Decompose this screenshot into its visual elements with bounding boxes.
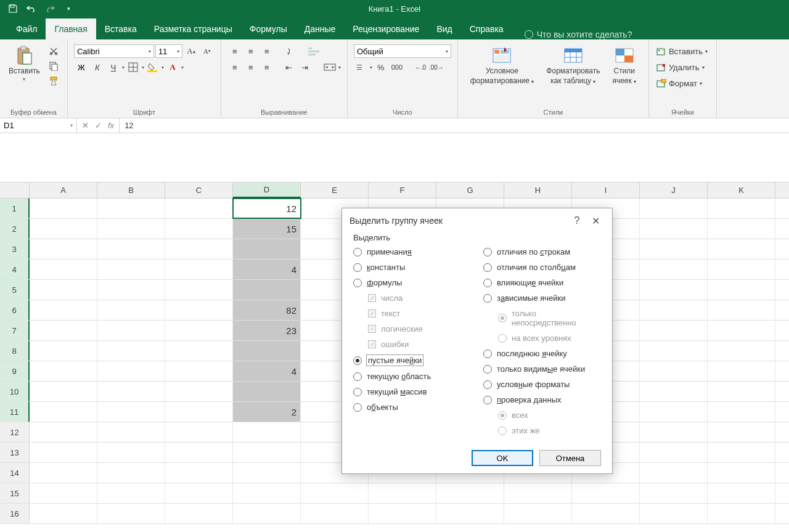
cancel-button[interactable]: Отмена — [539, 450, 601, 466]
cell[interactable] — [97, 300, 165, 320]
cell[interactable] — [640, 422, 708, 442]
cell[interactable] — [572, 504, 640, 523]
increase-indent-icon[interactable]: ⇥ — [298, 60, 313, 74]
decrease-decimal-icon[interactable]: .00→ — [429, 60, 444, 74]
cell[interactable] — [708, 239, 775, 259]
row-header[interactable]: 13 — [0, 443, 30, 462]
fill-color-icon[interactable] — [145, 60, 160, 74]
cell[interactable] — [233, 504, 301, 523]
align-bottom-icon[interactable]: ≡ — [260, 44, 274, 58]
cell[interactable] — [30, 198, 97, 218]
column-header[interactable]: C — [165, 182, 233, 198]
cell[interactable] — [640, 402, 708, 422]
undo-icon[interactable] — [26, 3, 37, 14]
row-header[interactable]: 8 — [0, 341, 30, 361]
cell[interactable] — [233, 483, 301, 503]
align-top-icon[interactable]: ≡ — [227, 44, 242, 58]
cell[interactable] — [708, 422, 775, 442]
font-color-icon[interactable]: A — [165, 60, 180, 74]
radio-blanks[interactable]: пустые ячейки — [353, 355, 471, 366]
row-header[interactable]: 11 — [0, 402, 30, 422]
radio-last-cell[interactable]: последнюю ячейку — [483, 349, 601, 358]
conditional-formatting-button[interactable]: Условное форматирование ▾ — [468, 44, 537, 86]
row-header[interactable]: 14 — [0, 463, 30, 483]
cell[interactable] — [233, 341, 301, 361]
cell[interactable] — [97, 504, 165, 523]
cell[interactable] — [504, 504, 572, 523]
dialog-help-button[interactable]: ? — [568, 215, 586, 226]
cell[interactable]: 2 — [233, 402, 301, 422]
cell[interactable] — [30, 483, 97, 503]
redo-icon[interactable] — [44, 3, 55, 14]
row-header[interactable]: 1 — [0, 198, 30, 218]
ok-button[interactable]: OK — [472, 450, 533, 466]
cell[interactable] — [708, 219, 775, 239]
cell[interactable] — [640, 483, 708, 503]
cell[interactable] — [233, 239, 301, 259]
cell[interactable] — [301, 504, 369, 523]
cell[interactable] — [369, 504, 436, 523]
radio-current-array[interactable]: текущий массив — [353, 387, 471, 396]
cell[interactable] — [708, 260, 775, 279]
tab-home[interactable]: Главная — [46, 18, 96, 39]
cell[interactable] — [640, 300, 708, 320]
column-header[interactable]: A — [30, 182, 97, 198]
cell[interactable] — [233, 422, 301, 442]
fx-icon[interactable]: fx — [108, 121, 114, 130]
cell[interactable] — [640, 239, 708, 259]
cell[interactable] — [165, 382, 233, 401]
column-header[interactable]: J — [640, 182, 708, 198]
cell[interactable] — [708, 198, 775, 218]
row-header[interactable]: 15 — [0, 483, 30, 503]
cell[interactable] — [97, 198, 165, 218]
radio-constants[interactable]: константы — [353, 263, 471, 272]
dialog-close-button[interactable]: ✕ — [586, 215, 605, 227]
tab-data[interactable]: Данные — [296, 18, 345, 39]
tell-me-search[interactable]: Что вы хотите сделать? — [525, 30, 632, 39]
cell[interactable] — [30, 361, 97, 381]
cell[interactable] — [97, 321, 165, 340]
cell[interactable] — [708, 361, 775, 381]
tab-file[interactable]: Файл — [7, 18, 46, 39]
tab-formulas[interactable]: Формулы — [241, 18, 296, 39]
cell[interactable] — [436, 483, 504, 503]
cell[interactable] — [165, 321, 233, 340]
column-header[interactable]: B — [97, 182, 165, 198]
cell[interactable] — [708, 300, 775, 320]
cell[interactable] — [97, 463, 165, 483]
column-header[interactable]: E — [301, 182, 369, 198]
cell[interactable] — [708, 341, 775, 361]
radio-precedents[interactable]: влияющие ячейки — [483, 278, 601, 287]
bold-button[interactable]: Ж — [74, 60, 89, 74]
cancel-formula-icon[interactable]: ✕ — [82, 121, 89, 130]
number-format-combo[interactable]: Общий▾ — [354, 44, 451, 58]
cell[interactable] — [708, 483, 775, 503]
cell[interactable]: 82 — [233, 300, 301, 320]
borders-icon[interactable] — [126, 60, 141, 74]
cell[interactable] — [165, 239, 233, 259]
cell[interactable] — [233, 382, 301, 401]
cell[interactable] — [708, 321, 775, 340]
cell[interactable] — [30, 321, 97, 340]
cell[interactable] — [97, 422, 165, 442]
align-left-icon[interactable]: ≡ — [227, 60, 242, 74]
tab-view[interactable]: Вид — [428, 18, 460, 39]
cut-icon[interactable] — [46, 44, 61, 58]
font-name-combo[interactable]: Calibri▾ — [74, 44, 154, 58]
cell[interactable]: 4 — [233, 361, 301, 381]
cell[interactable] — [165, 280, 233, 300]
column-header[interactable]: K — [708, 182, 775, 198]
format-as-table-button[interactable]: Форматировать как таблицу ▾ — [544, 44, 602, 86]
radio-current-region[interactable]: текущую область — [353, 372, 471, 381]
tab-help[interactable]: Справка — [461, 18, 512, 39]
cell[interactable] — [165, 402, 233, 422]
row-header[interactable]: 7 — [0, 321, 30, 340]
cell[interactable] — [708, 280, 775, 300]
enter-formula-icon[interactable]: ✓ — [95, 121, 102, 130]
cell[interactable] — [165, 463, 233, 483]
cell[interactable] — [640, 219, 708, 239]
cell[interactable] — [640, 463, 708, 483]
cell[interactable] — [640, 382, 708, 401]
radio-dependents[interactable]: зависимые ячейки — [483, 293, 601, 303]
cell[interactable] — [97, 260, 165, 279]
